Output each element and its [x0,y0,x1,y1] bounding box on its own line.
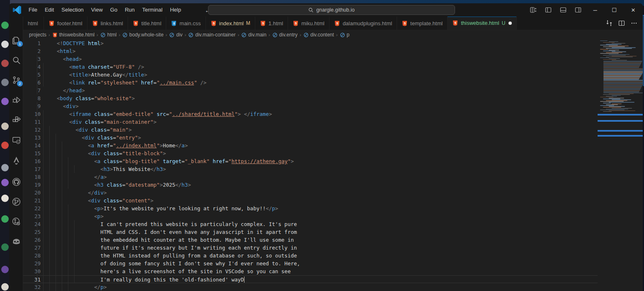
minimap-line [600,58,609,58]
maximize-button[interactable]: ☐ [605,3,624,17]
code-line-28[interactable]: 28 the HTML instead of pulling from a da… [23,252,643,260]
menu-file[interactable]: File [25,5,41,15]
remote-icon[interactable] [9,133,23,147]
breadcrumb-item-div-entry[interactable]: div.entry [272,32,298,38]
tab-footer-html[interactable]: 5footer.html [44,17,87,30]
editor-pane[interactable]: 1<!DOCTYPE html>2<html>3 <head>4 <meta c… [23,39,643,291]
code-token: > [275,205,278,212]
tab-dalamudplugins-html[interactable]: 5dalamudplugins.html [329,17,397,30]
code-line-13[interactable]: 13 <div class="entry"> [23,134,643,142]
breadcrumb-item-div-main-container[interactable]: div.main-container [188,32,235,38]
code-line-2[interactable]: 2<html> [23,47,643,55]
close-button[interactable]: ✕ [624,3,643,17]
menu-edit[interactable]: Edit [41,5,58,15]
minimap-line [603,80,643,80]
code-line-7[interactable]: 7 </head> [23,87,643,94]
code-line-17[interactable]: 17 <h3>This Website</h3> [23,165,643,173]
code-line-21[interactable]: 21 <div class="content"> [23,197,643,204]
menu-selection[interactable]: Selection [58,5,87,15]
extensions-icon[interactable] [9,113,23,127]
code-line-29[interactable]: 29 of doing some fancy shit I don't see … [23,260,643,267]
code-line-22[interactable]: 22 <p>It's the website you're looking at… [23,204,643,212]
open-changes-icon[interactable] [604,18,615,29]
code-line-32[interactable]: 32 </p> [23,283,643,291]
code-token: = [110,142,113,149]
code-line-6[interactable]: 6 <link rel="stylesheet" href="../main.c… [23,79,643,87]
code-line-15[interactable]: 15 <div class="title-block"> [23,149,643,157]
code-line-9[interactable]: 9 <div> [23,102,643,110]
breadcrumb-item-p[interactable]: p [340,32,350,38]
code-line-16[interactable]: 16 <a class="blog-title" target="_blank"… [23,157,643,165]
astro-icon[interactable] [9,153,23,167]
code-token: < [94,182,97,188]
code-token: < [88,197,91,204]
explorer-icon[interactable]: 1 [9,33,23,47]
menu-view[interactable]: View [87,5,107,15]
menu-terminal[interactable]: Terminal [138,5,166,15]
breadcrumb-item-body-whole-site[interactable]: body.whole-site [122,32,164,38]
code-token: Home [163,142,175,149]
tab-title-html[interactable]: 5title.html [128,17,166,30]
code-line-1[interactable]: 1<!DOCTYPE html> [23,39,643,47]
breadcrumb-item-div[interactable]: div [169,32,182,38]
code-text: </head> [43,87,85,94]
code-line-25[interactable]: 25 HTML and CSS. I don't even have any j… [23,228,643,236]
code-line-30[interactable]: 30 here's a live screenshot of the site … [23,267,643,275]
code-area[interactable]: 1<!DOCTYPE html>2<html>3 <head>4 <meta c… [23,39,643,291]
menu-help[interactable]: Help [166,5,185,15]
tab-main-css[interactable]: 3main.css [166,17,206,30]
tab-miku-html[interactable]: 5miku.html [288,17,329,30]
tab-links-html[interactable]: 5links.html [87,17,128,30]
toggle-primary-sidebar-icon[interactable] [545,7,552,13]
code-line-31[interactable]: 31 I'm really doing this the 'old-fashio… [23,275,643,283]
minimap[interactable] [598,39,643,291]
code-line-23[interactable]: 23 <p> [23,212,643,220]
code-line-11[interactable]: 11 <div class="main-container"> [23,118,643,126]
toggle-panel-icon[interactable] [560,7,567,13]
tab-template-html[interactable]: 5template.html [397,17,448,30]
search-icon[interactable] [9,53,23,67]
code-line-19[interactable]: 19 <h3 class="datestamp">2025</h3> [23,181,643,189]
command-center-search[interactable]: gnargle.github.io [208,5,455,15]
code-line-26[interactable]: 26 the embedded hit counter at the botto… [23,236,643,244]
code-line-12[interactable]: 12 <div class="main"> [23,126,643,134]
minimap-line [600,110,625,110]
code-line-3[interactable]: 3 <head> [23,55,643,63]
customize-layout-icon[interactable] [530,7,537,13]
code-line-5[interactable]: 5 <title>Athene.Gay</title> [23,71,643,79]
breadcrumb-item-div-main[interactable]: div.main [241,32,266,38]
git-graph-icon[interactable] [9,195,23,209]
menu-go[interactable]: Go [107,5,121,15]
code-line-20[interactable]: 20 </div> [23,189,643,197]
code-text: future if it's necessary but I'm writing… [43,244,297,252]
code-line-10[interactable]: 10 <iframe class="embed-title" src="../s… [23,110,643,118]
menu-run[interactable]: Run [121,5,138,15]
run-debug-icon[interactable] [9,93,23,107]
code-line-14[interactable]: 14 <a href="../index.html">Home</a> [23,142,643,149]
tab-thiswebsite-html[interactable]: 5thiswebsite.htmlU [448,17,517,30]
code-token [57,190,88,196]
unsaved-dot-icon[interactable] [508,22,512,25]
split-editor-icon[interactable] [616,18,627,29]
tab-html[interactable]: html [23,17,44,30]
breadcrumb-item-div-content[interactable]: div.content [303,32,334,38]
code-line-4[interactable]: 4 <meta charset="UTF-8" /> [23,63,643,71]
code-token [241,111,244,117]
tab-1-html[interactable]: 51.html [255,17,288,30]
code-line-27[interactable]: 27 future if it's necessary but I'm writ… [23,244,643,252]
minimize-button[interactable]: ─ [586,3,605,17]
breadcrumb-item-html[interactable]: html [100,32,117,38]
godot-icon[interactable] [9,234,23,248]
more-actions-icon[interactable] [629,18,639,29]
breadcrumb-item-thiswebsite-html[interactable]: 5thiswebsite.html [52,32,94,38]
gitlens-icon[interactable] [9,214,23,228]
toggle-secondary-sidebar-icon[interactable] [575,7,581,13]
source-control-icon[interactable]: 2 [9,73,23,87]
desktop-avatar [1,266,9,273]
tab-index-html[interactable]: 5index.htmlM [206,17,255,30]
code-line-18[interactable]: 18 </a> [23,173,643,181]
github-icon[interactable] [9,175,23,189]
code-line-24[interactable]: 24 I can't pretend this website is parti… [23,220,643,228]
breadcrumb-item-projects[interactable]: projects [29,32,46,38]
code-line-8[interactable]: 8<body class="whole-site"> [23,94,643,102]
